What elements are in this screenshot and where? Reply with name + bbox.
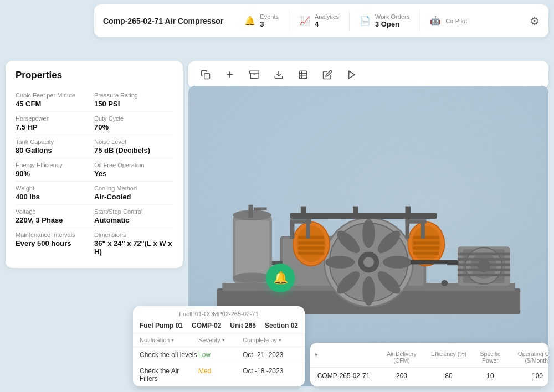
notif-table-header: Notification ▾ Severity ▾ Complete by ▾ <box>133 333 305 347</box>
prop-item-10: Voltage 220V, 3 Phase <box>16 205 94 228</box>
prop-item-4: Tank Capacity 80 Gallons <box>16 135 94 158</box>
copilot-label: Co-Pilot <box>445 18 467 24</box>
analytics-value: 4 <box>315 20 339 28</box>
notif-severity-2: Med <box>198 367 243 383</box>
svg-marker-8 <box>349 71 355 79</box>
notif-row-2: Check the Air Filters Med Oct -18 -2023 <box>133 363 305 386</box>
notif-subheader: Fuel Pump 01 COMP-02 Unit 265 Section 02 <box>133 319 305 333</box>
notif-date-2: Oct -18 -2023 <box>243 367 298 383</box>
svg-rect-34 <box>298 241 324 245</box>
svg-rect-49 <box>290 213 436 219</box>
svg-rect-59 <box>457 258 509 261</box>
svg-rect-50 <box>300 207 305 216</box>
svg-rect-62 <box>457 274 509 276</box>
tab-copilot[interactable]: 🤖 Co-Pilot <box>420 10 477 32</box>
prop-value-11: Automatic <box>94 216 173 224</box>
prop-label-5: Noise Level <box>94 138 173 145</box>
bell-notification-button[interactable]: 🔔 <box>266 264 295 292</box>
tab-events[interactable]: 🔔 Events 3 <box>234 10 289 32</box>
prop-value-12: Every 500 hours <box>16 239 94 247</box>
prop-item-3: Duty Cycle 70% <box>94 112 173 135</box>
svg-rect-4 <box>299 71 307 79</box>
prop-label-3: Duty Cycle <box>94 115 173 122</box>
comp-label: COMP-02 <box>192 322 221 329</box>
copilot-icon: 🤖 <box>430 16 441 26</box>
prop-item-2: Horsepower 7.5 HP <box>16 112 94 135</box>
svg-point-25 <box>362 276 375 306</box>
prop-item-12: Maintenance Intervals Every 500 hours <box>16 228 94 259</box>
prop-item-8: Weight 400 lbs <box>16 182 94 205</box>
svg-rect-16 <box>253 208 266 211</box>
prop-label-12: Maintenance Intervals <box>16 231 94 238</box>
prop-item-6: Energy Efficiency 90% <box>16 158 94 182</box>
svg-rect-61 <box>457 269 509 271</box>
svg-rect-1 <box>250 71 259 73</box>
play-button[interactable] <box>343 66 360 83</box>
prop-value-3: 70% <box>94 123 173 131</box>
tab-analytics[interactable]: 📈 Analytics 4 <box>289 10 350 32</box>
add-button[interactable]: + <box>222 66 238 83</box>
severity-col-header: Severity ▾ <box>198 337 243 343</box>
archive-button[interactable] <box>246 66 263 83</box>
prop-value-4: 80 Gallons <box>16 146 94 154</box>
col-header-cost: Operating Cost ($/Month) <box>510 347 548 368</box>
document-icon: 📄 <box>360 16 371 26</box>
svg-point-30 <box>363 257 374 267</box>
prop-item-11: Start/Stop Control Automatic <box>94 205 173 228</box>
notif-id: FuelP01-COMP02-265-02-71 <box>133 306 305 319</box>
notification-col-header: Notification ▾ <box>140 337 198 343</box>
tab-work-orders[interactable]: 📄 Work Orders 3 Open <box>350 10 420 32</box>
col-header-air: Air Delivery (CFM) <box>377 347 427 368</box>
bookmark-button[interactable] <box>295 66 311 83</box>
svg-rect-36 <box>298 252 324 255</box>
notif-row-1: Check the oil levels Low Oct -21 -2023 <box>133 347 305 363</box>
prop-value-1: 150 PSI <box>94 100 173 108</box>
prop-value-0: 45 CFM <box>16 100 94 108</box>
copy-button[interactable] <box>197 66 214 83</box>
prop-value-5: 75 dB (Decibels) <box>94 146 173 154</box>
svg-rect-52 <box>405 207 410 216</box>
prop-label-9: Cooling Method <box>94 185 173 192</box>
prop-label-2: Horsepower <box>16 115 94 122</box>
svg-rect-39 <box>413 236 439 240</box>
bell-icon: 🔔 <box>273 271 288 285</box>
events-value: 3 <box>260 20 279 28</box>
prop-label-4: Tank Capacity <box>16 138 94 145</box>
svg-rect-15 <box>248 205 253 218</box>
notif-date-1: Oct -21 -2023 <box>243 351 298 359</box>
prop-item-1: Pressure Rating 150 PSI <box>94 89 173 112</box>
workorders-value: 3 Open <box>375 20 409 28</box>
prop-label-11: Start/Stop Control <box>94 208 173 215</box>
page-title: Comp-265-02-71 Air Compressor <box>103 17 223 25</box>
header-tabs: 🔔 Events 3 📈 Analytics 4 📄 Work Orders 3… <box>234 10 530 32</box>
svg-rect-48 <box>405 219 426 224</box>
svg-rect-41 <box>413 246 439 250</box>
prop-label-10: Voltage <box>16 208 94 215</box>
svg-point-23 <box>382 256 412 269</box>
prop-value-13: 36" x 24" x 72"(L x W x H) <box>94 239 173 256</box>
analytics-table: # Air Delivery (CFM) Efficiency (%) Spec… <box>310 343 548 386</box>
data-cost: 100 <box>510 368 548 384</box>
svg-rect-60 <box>457 264 509 266</box>
events-label: Events <box>260 13 279 20</box>
prop-item-7: Oil Free Operation Yes <box>94 158 173 182</box>
complete-by-col-header: Complete by ▾ <box>243 337 298 343</box>
prop-label-6: Energy Efficiency <box>16 162 94 168</box>
data-air: 200 <box>377 368 427 384</box>
download-button[interactable] <box>270 66 287 83</box>
svg-point-66 <box>441 280 447 286</box>
header-card: Comp-265-02-71 Air Compressor 🔔 Events 3… <box>94 4 548 37</box>
properties-panel: Properties Cubic Feet per Minute 45 CFM … <box>6 61 183 268</box>
svg-rect-12 <box>235 220 269 278</box>
workorders-label: Work Orders <box>375 13 409 20</box>
svg-rect-51 <box>353 207 358 216</box>
prop-item-9: Cooling Method Air-Cooled <box>94 182 173 205</box>
svg-rect-58 <box>457 253 509 256</box>
edit-button[interactable] <box>319 66 336 83</box>
col-header-power: Specific Power <box>471 347 510 368</box>
settings-icon[interactable]: ⚙ <box>530 14 540 28</box>
properties-grid: Cubic Feet per Minute 45 CFM Pressure Ra… <box>16 89 173 259</box>
notification-popup: FuelP01-COMP02-265-02-71 Fuel Pump 01 CO… <box>133 306 305 386</box>
notif-severity-1: Low <box>198 351 243 359</box>
prop-label-8: Weight <box>16 185 94 192</box>
